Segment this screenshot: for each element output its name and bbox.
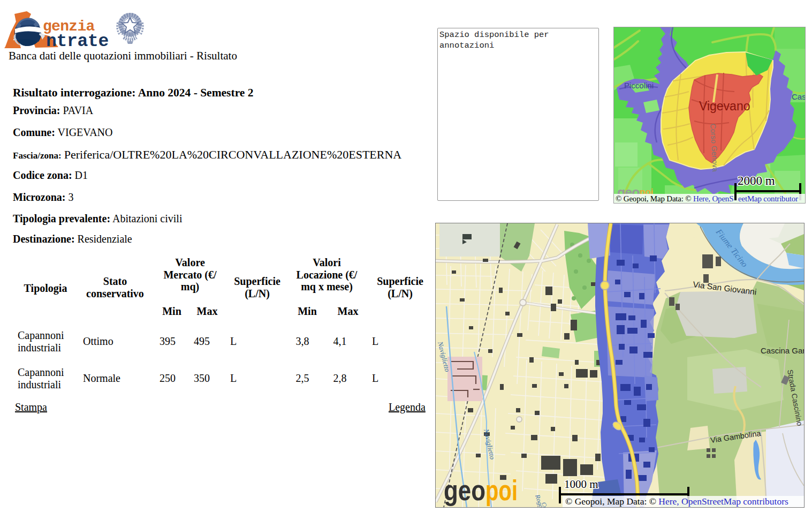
svg-text:eetMap contributor: eetMap contributor (738, 194, 798, 203)
svg-text:poi: poi (485, 474, 518, 506)
svg-text:Piccolini: Piccolini (624, 81, 654, 90)
svg-text:ntrate: ntrate (46, 32, 109, 51)
svg-text:© Geopoi, Map Data: © Here, Op: © Geopoi, Map Data: © Here, OpenS (616, 194, 733, 203)
svg-text:1000 m: 1000 m (564, 478, 598, 491)
svg-text:Cascina Gar: Cascina Gar (761, 346, 805, 355)
svg-text:geo: geo (444, 474, 485, 506)
svg-text:2000 m: 2000 m (738, 174, 775, 187)
svg-text:© Geopoi, Map Data: © Here, Op: © Geopoi, Map Data: © Here, OpenStreetMa… (565, 496, 788, 507)
svg-text:Cas: Cas (792, 92, 806, 101)
svg-text:Vigevano: Vigevano (699, 99, 750, 113)
